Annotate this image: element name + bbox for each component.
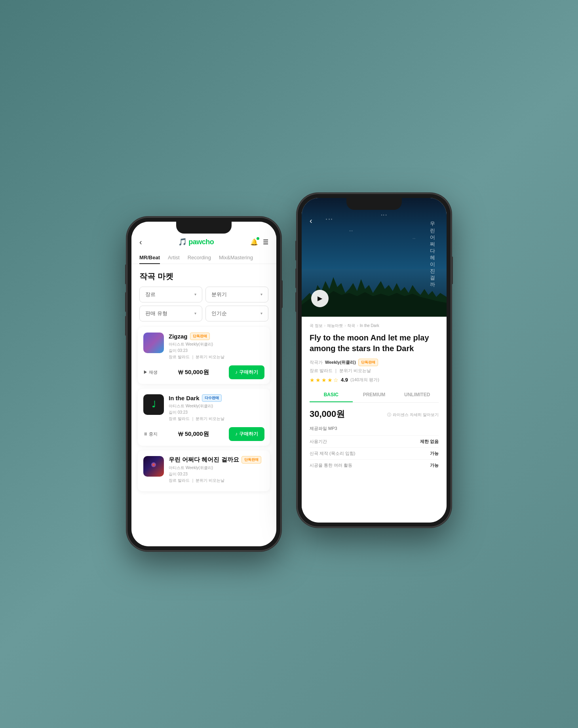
- svg-point-1: [152, 464, 155, 466]
- sort-filter[interactable]: 인기순 ▾: [205, 306, 268, 321]
- genre-value: 장르 발라드 ｜ 분위기 비오는날: [310, 368, 371, 374]
- new-song-value: 가능: [430, 450, 439, 456]
- notch-left: [176, 222, 232, 234]
- composer-row: 작곡가 Weekly(위클리) 단독판매: [310, 359, 439, 366]
- mood-filter[interactable]: 분위기 ▾: [205, 287, 268, 302]
- track-duration-dark: 길이 03:23: [169, 410, 264, 415]
- track-genre-space: 장르 발라드 ｜ 분위기 비오는날: [169, 478, 264, 483]
- buy-button-dark[interactable]: ♪ 구매하기: [229, 427, 264, 441]
- breadcrumb-song-name: In the Dark: [360, 323, 379, 328]
- logo: 🎵 pawcho: [178, 238, 214, 246]
- sale-type-filter[interactable]: 판매 유형 ▾: [139, 306, 202, 321]
- track-duration-space: 길이 03:23: [169, 471, 264, 477]
- sort-chevron: ▾: [260, 311, 262, 316]
- play-button-zigzag[interactable]: ▶ 재생: [143, 369, 158, 375]
- track-thumb-space: [143, 456, 164, 477]
- play-triangle-icon: ▶: [318, 295, 322, 302]
- filters: 장르 ▾ 분위기 ▾ 판매 유형 ▾ 인기순 ▾: [131, 287, 276, 321]
- breadcrumb: 곡 정보 › 재능마켓 › 작곡 › In the Dark: [310, 323, 439, 329]
- track-duration-zigzag: 길이 03:23: [169, 348, 264, 354]
- composer-name: Weekly(위클리): [325, 359, 356, 365]
- track-name-dark: In the Dark: [169, 395, 200, 401]
- buy-button-zigzag[interactable]: ♪ 구매하기: [229, 365, 264, 379]
- feature-usage-period: 사용기간 제한 없음: [310, 435, 439, 447]
- track-info-dark: In the Dark 다수판매 아티스트 Weekly(위클리) 길이 03:…: [169, 394, 264, 422]
- sale-type-label: 판매 유형: [145, 310, 167, 317]
- right-screen: ✦ ✦ ✦ ✦ ✦ ✦ ✦ ✦ ✦ ✦ ‹ 우린어쩌다헤이진걸까: [302, 198, 447, 523]
- hero-back-button[interactable]: ‹: [310, 216, 312, 225]
- star-1: ★: [310, 377, 315, 383]
- track-info-zigzag: Zigzag 단독판매 아티스트 Weekly(위클리) 길이 03:23 장르…: [169, 333, 264, 360]
- track-info-space: 우린 어쩌다 헤어진 걸까요 단독판매 아티스트 Weekly(위클리) 길이 …: [169, 456, 264, 483]
- track-card-dark[interactable]: ♩ In the Dark 다수판매 아티스트 Weekly(위클리) 길이 0…: [138, 389, 270, 446]
- notification-dot: [257, 237, 259, 240]
- sale-type-chevron: ▾: [194, 311, 196, 316]
- composer-badge: 단독판매: [358, 359, 378, 366]
- license-link[interactable]: ⓘ 라이센스 자세히 알아보기: [387, 412, 439, 418]
- track-name-space: 우린 어쩌다 헤어진 걸까요: [169, 456, 239, 464]
- hero-play-button[interactable]: ▶: [311, 290, 329, 307]
- music-note-icon-2: ♪: [235, 431, 238, 437]
- nav-tabs: MR/Beat Artist Recording Mix&Mastering: [131, 247, 276, 264]
- tab-basic[interactable]: BASIC: [310, 388, 353, 402]
- tab-recording[interactable]: Recording: [184, 251, 215, 264]
- tab-mix-mastering[interactable]: Mix&Mastering: [215, 251, 257, 264]
- package-tabs: BASIC PREMIUM UNLIMITED: [310, 388, 439, 403]
- track-thumb-zigzag: [143, 333, 164, 353]
- composer-label: 작곡가: [310, 359, 323, 365]
- file-type: 제공파일 MP3: [310, 426, 439, 431]
- usage-period-label: 사용기간: [310, 439, 327, 445]
- track-card-space[interactable]: 우린 어쩌다 헤어진 걸까요 단독판매 아티스트 Weekly(위클리) 길이 …: [138, 450, 270, 491]
- breadcrumb-composer: 작곡: [347, 323, 355, 329]
- track-badge-dark: 다수판매: [202, 394, 222, 402]
- star-4: ★: [327, 377, 333, 383]
- track-thumb-dark: ♩: [143, 394, 164, 415]
- bell-icon-wrapper[interactable]: 🔔: [250, 238, 258, 246]
- tab-premium[interactable]: PREMIUM: [353, 388, 396, 402]
- breadcrumb-song-info: 곡 정보: [310, 323, 323, 329]
- star-2: ★: [316, 377, 321, 383]
- activities-label: 시공을 통한 여러 활동: [310, 462, 352, 468]
- rating-row: ★ ★ ★ ★ ☆ 4.9 (140개의 평가): [310, 377, 439, 383]
- right-phone: ✦ ✦ ✦ ✦ ✦ ✦ ✦ ✦ ✦ ✦ ‹ 우린어쩌다헤이진걸까: [297, 193, 451, 527]
- rating-score: 4.9: [341, 377, 348, 383]
- tab-mr-beat[interactable]: MR/Beat: [139, 251, 164, 264]
- song-detail: 곡 정보 › 재능마켓 › 작곡 › In the Dark Fly to th…: [302, 317, 447, 523]
- sort-label: 인기순: [211, 310, 227, 317]
- space-thumb-svg: [148, 461, 159, 472]
- tab-unlimited[interactable]: UNLIMITED: [395, 388, 439, 402]
- genre-label: 장르: [145, 291, 156, 298]
- track-price-zigzag: ₩ 50,000원: [178, 369, 209, 376]
- star-half: ☆: [333, 377, 338, 383]
- track-artist-space: 아티스트 Weekly(위클리): [169, 465, 264, 471]
- track-badge-space: 단독판매: [241, 456, 261, 464]
- left-phone: ‹ 🎵 pawcho 🔔 ☰ MR/Beat: [127, 217, 281, 551]
- genre-filter[interactable]: 장르 ▾: [139, 287, 202, 302]
- track-artist-zigzag: 아티스트 Weekly(위클리): [169, 342, 264, 347]
- hero-lyrics: 우린어쩌다헤이진걸까: [428, 218, 437, 285]
- tab-artist[interactable]: Artist: [164, 251, 184, 264]
- track-name-zigzag: Zigzag: [169, 333, 188, 340]
- phones-container: ‹ 🎵 pawcho 🔔 ☰ MR/Beat: [127, 193, 451, 551]
- back-button[interactable]: ‹: [139, 238, 142, 247]
- info-icon: ⓘ: [387, 412, 391, 418]
- feature-new-song: 신곡 제작 (목소리 입힘) 가능: [310, 447, 439, 459]
- track-genre-dark: 장르 발라드 ｜ 분위기 비오는날: [169, 416, 264, 422]
- new-song-label: 신곡 제작 (목소리 입힘): [310, 450, 356, 456]
- genre-chevron: ▾: [194, 292, 196, 297]
- track-artist-dark: 아티스트 Weekly(위클리): [169, 403, 264, 409]
- music-note-icon: ♪: [235, 369, 238, 375]
- hero-image: ✦ ✦ ✦ ✦ ✦ ✦ ✦ ✦ ✦ ✦ ‹ 우린어쩌다헤이진걸까: [302, 198, 447, 317]
- track-list: Zigzag 단독판매 아티스트 Weekly(위클리) 길이 03:23 장르…: [131, 321, 276, 496]
- mood-label: 분위기: [211, 291, 227, 298]
- rating-count: (140개의 평가): [350, 377, 379, 383]
- track-badge-zigzag: 단독판매: [190, 333, 210, 340]
- track-card-zigzag[interactable]: Zigzag 단독판매 아티스트 Weekly(위클리) 길이 03:23 장르…: [138, 327, 270, 384]
- pause-button-dark[interactable]: ⏸ 중지: [143, 431, 158, 437]
- menu-icon[interactable]: ☰: [263, 238, 268, 246]
- license-row: 30,000원 ⓘ 라이센스 자세히 알아보기: [310, 408, 439, 422]
- breadcrumb-market: 재능마켓: [327, 323, 343, 329]
- track-price-dark: ₩ 50,000원: [178, 430, 209, 438]
- left-screen: ‹ 🎵 pawcho 🔔 ☰ MR/Beat: [131, 222, 276, 546]
- feature-activities: 시공을 통한 여러 활동 가능: [310, 459, 439, 471]
